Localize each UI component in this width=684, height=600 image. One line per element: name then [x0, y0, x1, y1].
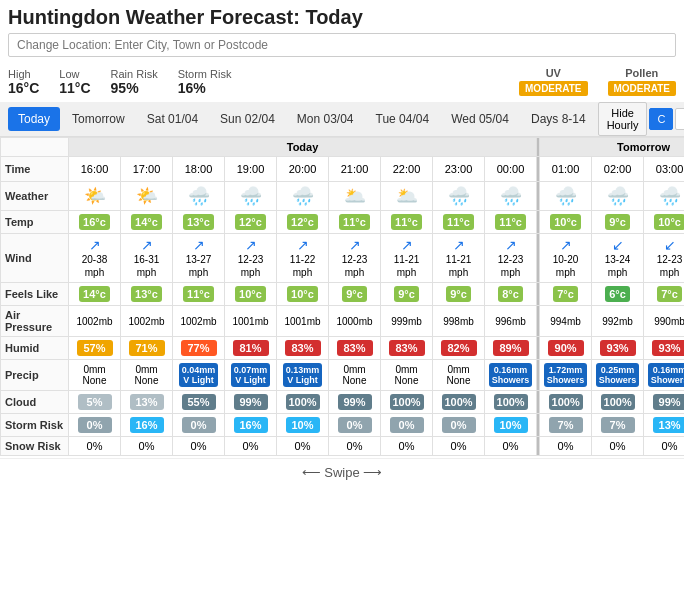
tab-today[interactable]: Today — [8, 107, 60, 131]
humid-8: 82% — [433, 337, 485, 360]
weather-icon-t3: 🌧️ — [644, 182, 684, 211]
time-label: Time — [1, 157, 69, 182]
tab-wed[interactable]: Wed 05/04 — [441, 107, 519, 131]
uv-label: UV — [546, 67, 561, 79]
feels-t2: 6°c — [592, 283, 644, 306]
cloud-row: Cloud 5% 13% 55% 99% 100% 99% 100% 100% … — [1, 391, 685, 414]
wind-row: Wind ↗20-38mph ↗16-31mph ↗13-27mph ↗12-2… — [1, 234, 685, 283]
forecast-table: Today Tomorrow Time 16:00 17:00 18:00 19… — [0, 137, 684, 456]
precip-label: Precip — [1, 360, 69, 391]
precip-4: 0.07mmV Light — [225, 360, 277, 391]
pressure-6: 1000mb — [329, 306, 381, 337]
page-title: Huntingdon Weather Forecast: Today — [0, 0, 684, 33]
pressure-t3: 990mb — [644, 306, 684, 337]
tomorrow-header: Tomorrow — [540, 138, 684, 157]
precip-8: 0mmNone — [433, 360, 485, 391]
weather-icon-3: 🌧️ — [173, 182, 225, 211]
low-value: 11°C — [59, 80, 90, 96]
feels-6: 9°c — [329, 283, 381, 306]
humid-2: 71% — [121, 337, 173, 360]
snow-2: 0% — [121, 437, 173, 456]
pressure-7: 999mb — [381, 306, 433, 337]
tab-tomorrow[interactable]: Tomorrow — [62, 107, 135, 131]
cloud-t3: 99% — [644, 391, 684, 414]
wind-5: ↗11-22mph — [277, 234, 329, 283]
time-1800: 18:00 — [173, 157, 225, 182]
fahrenheit-button[interactable]: F — [675, 108, 684, 130]
cloud-2: 13% — [121, 391, 173, 414]
wind-9: ↗12-23mph — [485, 234, 537, 283]
temp-row: Temp 16°c 14°c 13°c 12°c 12°c 11°c 11°c … — [1, 211, 685, 234]
forecast-table-wrapper: Today Tomorrow Time 16:00 17:00 18:00 19… — [0, 137, 684, 456]
temp-t2: 9°c — [592, 211, 644, 234]
storm-risk-value: 16% — [178, 80, 206, 96]
summary-bar: High 16°C Low 11°C Rain Risk 95% Storm R… — [0, 63, 684, 102]
rain-risk-summary: Rain Risk 95% — [111, 68, 158, 96]
humid-5: 83% — [277, 337, 329, 360]
temp-3: 13°c — [173, 211, 225, 234]
precip-6: 0mmNone — [329, 360, 381, 391]
tab-days8-14[interactable]: Days 8-14 — [521, 107, 596, 131]
wind-6: ↗12-23mph — [329, 234, 381, 283]
precip-7: 0mmNone — [381, 360, 433, 391]
feels-like-label: Feels Like — [1, 283, 69, 306]
weather-icon-5: 🌧️ — [277, 182, 329, 211]
rain-risk-value: 95% — [111, 80, 139, 96]
humid-7: 83% — [381, 337, 433, 360]
wind-8: ↗11-21mph — [433, 234, 485, 283]
feels-like-row: Feels Like 14°c 13°c 11°c 10°c 10°c 9°c … — [1, 283, 685, 306]
rain-risk-label: Rain Risk — [111, 68, 158, 80]
empty-header — [1, 138, 69, 157]
precip-t1: 1.72mmShowers — [540, 360, 592, 391]
pollen-label: Pollen — [625, 67, 658, 79]
high-label: High — [8, 68, 31, 80]
cloud-1: 5% — [69, 391, 121, 414]
time-0100: 01:00 — [540, 157, 592, 182]
temp-6: 11°c — [329, 211, 381, 234]
storm-1: 0% — [69, 414, 121, 437]
humid-row: Humid 57% 71% 77% 81% 83% 83% 83% 82% 89… — [1, 337, 685, 360]
location-input[interactable] — [8, 33, 676, 57]
humid-3: 77% — [173, 337, 225, 360]
tab-tue[interactable]: Tue 04/04 — [366, 107, 440, 131]
time-0300: 03:00 — [644, 157, 684, 182]
time-2300: 23:00 — [433, 157, 485, 182]
wind-t1: ↗10-20mph — [540, 234, 592, 283]
pressure-row: Air Pressure 1002mb 1002mb 1002mb 1001mb… — [1, 306, 685, 337]
storm-risk-label: Storm Risk — [178, 68, 232, 80]
storm-8: 0% — [433, 414, 485, 437]
humid-label: Humid — [1, 337, 69, 360]
snow-6: 0% — [329, 437, 381, 456]
humid-9: 89% — [485, 337, 537, 360]
high-value: 16°C — [8, 80, 39, 96]
low-label: Low — [59, 68, 79, 80]
wind-t3: ↙12-23mph — [644, 234, 684, 283]
hide-hourly-button[interactable]: Hide Hourly — [598, 102, 648, 136]
feels-4: 10°c — [225, 283, 277, 306]
storm-7: 0% — [381, 414, 433, 437]
precip-row: Precip 0mmNone 0mmNone 0.04mmV Light 0.0… — [1, 360, 685, 391]
feels-7: 9°c — [381, 283, 433, 306]
precip-1: 0mmNone — [69, 360, 121, 391]
humid-6: 83% — [329, 337, 381, 360]
storm-2: 16% — [121, 414, 173, 437]
celsius-button[interactable]: C — [649, 108, 673, 130]
tab-sat[interactable]: Sat 01/04 — [137, 107, 208, 131]
storm-5: 10% — [277, 414, 329, 437]
storm-4: 16% — [225, 414, 277, 437]
temp-7: 11°c — [381, 211, 433, 234]
uv-pollen-section: UV MODERATE Pollen MODERATE — [519, 67, 676, 96]
feels-t3: 7°c — [644, 283, 684, 306]
feels-5: 10°c — [277, 283, 329, 306]
high-summary: High 16°C — [8, 68, 39, 96]
cloud-5: 100% — [277, 391, 329, 414]
tab-mon[interactable]: Mon 03/04 — [287, 107, 364, 131]
storm-t2: 7% — [592, 414, 644, 437]
uv-badge: MODERATE — [519, 81, 587, 96]
cloud-t1: 100% — [540, 391, 592, 414]
snow-t3: 0% — [644, 437, 684, 456]
cf-buttons: C F — [649, 108, 684, 130]
snow-risk-label: Snow Risk — [1, 437, 69, 456]
tab-sun[interactable]: Sun 02/04 — [210, 107, 285, 131]
temp-5: 12°c — [277, 211, 329, 234]
